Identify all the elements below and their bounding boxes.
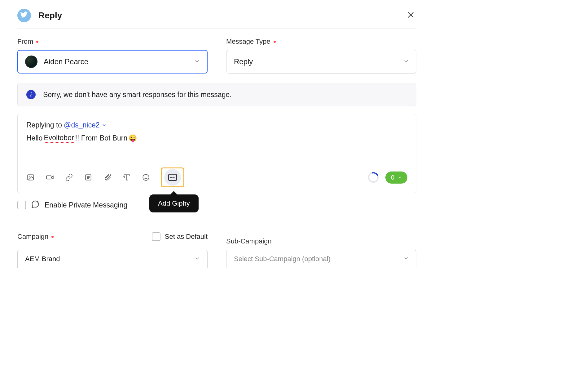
subcampaign-field: Sub-Campaign Select Sub-Campaign (option… xyxy=(226,237,416,268)
private-messaging-icon xyxy=(31,200,40,210)
svg-point-3 xyxy=(29,176,30,177)
campaign-label-row: Campaign Set as Default xyxy=(17,232,208,241)
required-dot xyxy=(274,41,276,43)
tooltip: Add Giphy xyxy=(149,194,199,212)
modal-header: Reply xyxy=(17,9,416,29)
campaign-value: AEM Brand xyxy=(25,255,60,263)
form-row-2: Campaign Set as Default AEM Brand Sub-Ca… xyxy=(17,232,416,268)
set-default-checkbox[interactable] xyxy=(152,232,160,241)
subcampaign-label: Sub-Campaign xyxy=(226,237,416,245)
chevron-down-icon[interactable] xyxy=(102,121,107,129)
page-title: Reply xyxy=(38,11,62,20)
editor: Replying to @ds_nice2 Hello Evoltobor!! … xyxy=(17,114,416,193)
message-type-label-text: Message Type xyxy=(226,38,270,46)
tooltip-arrow xyxy=(170,191,178,195)
campaign-select[interactable]: AEM Brand xyxy=(17,250,208,268)
msg-spellcheck: Evoltobor xyxy=(44,134,74,143)
replying-prefix: Replying to xyxy=(26,121,62,129)
campaign-label-text: Campaign xyxy=(17,233,48,241)
campaign-field: Campaign Set as Default AEM Brand xyxy=(17,232,208,268)
close-icon xyxy=(406,11,415,19)
image-button[interactable] xyxy=(26,173,35,182)
text-icon xyxy=(84,173,92,181)
video-button[interactable] xyxy=(46,173,54,182)
pill-value: 0 xyxy=(391,174,394,181)
approval-pill[interactable]: 0 xyxy=(385,172,407,184)
chevron-down-icon xyxy=(194,255,200,263)
private-messaging-row: Enable Private Messaging Add Giphy xyxy=(17,200,416,210)
subcampaign-placeholder: Select Sub-Campaign (optional) xyxy=(234,255,331,263)
chevron-down-icon xyxy=(194,58,200,65)
message-type-field: Message Type Reply xyxy=(226,38,416,74)
svg-marker-5 xyxy=(51,176,53,179)
chevron-down-icon xyxy=(403,255,409,263)
smart-response-alert: i Sorry, we don't have any smart respons… xyxy=(17,83,416,106)
msg-part: !! From Bot Burn xyxy=(75,134,128,142)
alert-text: Sorry, we don't have any smart responses… xyxy=(43,91,232,99)
editor-content[interactable]: Replying to @ds_nice2 Hello Evoltobor!! … xyxy=(18,114,416,164)
link-button[interactable] xyxy=(65,173,73,182)
template-icon xyxy=(123,173,131,181)
from-label: From xyxy=(17,38,208,46)
reply-modal: Reply From Aiden Pearce Message Type xyxy=(0,0,434,280)
char-count-spinner xyxy=(366,170,380,185)
subcampaign-label-text: Sub-Campaign xyxy=(226,237,272,245)
image-icon xyxy=(27,173,35,181)
avatar xyxy=(25,56,37,68)
subcampaign-select[interactable]: Select Sub-Campaign (optional) xyxy=(226,250,416,268)
editor-toolbar: GIF 0 xyxy=(18,164,416,193)
replying-handle[interactable]: @ds_nice2 xyxy=(64,121,99,129)
from-field: From Aiden Pearce xyxy=(17,38,208,74)
svg-rect-4 xyxy=(46,176,51,179)
info-icon: i xyxy=(26,90,36,99)
set-default-label: Set as Default xyxy=(165,233,208,241)
chevron-down-icon xyxy=(397,175,402,180)
required-dot xyxy=(51,236,54,238)
twitter-icon xyxy=(17,9,31,22)
gif-icon: GIF xyxy=(168,174,177,181)
message-type-label: Message Type xyxy=(226,38,416,46)
attachment-button[interactable] xyxy=(103,173,112,182)
video-icon xyxy=(46,173,54,181)
chevron-down-icon xyxy=(403,58,409,65)
campaign-label: Campaign xyxy=(17,233,54,241)
from-label-text: From xyxy=(17,38,33,46)
gif-button[interactable]: GIF xyxy=(161,167,184,187)
replying-to: Replying to @ds_nice2 xyxy=(26,121,407,129)
emoji: 😜 xyxy=(129,134,137,142)
header-left: Reply xyxy=(17,9,62,22)
message-text[interactable]: Hello Evoltobor!! From Bot Burn 😜 xyxy=(26,134,407,143)
message-type-value: Reply xyxy=(234,57,253,66)
template-button[interactable] xyxy=(122,173,131,182)
message-type-select[interactable]: Reply xyxy=(226,50,416,74)
private-messaging-label: Enable Private Messaging xyxy=(45,201,127,209)
form-row-1: From Aiden Pearce Message Type Reply xyxy=(17,38,416,74)
tooltip-box: Add Giphy xyxy=(149,194,199,212)
set-default-check: Set as Default xyxy=(152,232,208,241)
svg-point-12 xyxy=(143,174,149,180)
from-value: Aiden Pearce xyxy=(44,57,88,66)
emoji-button[interactable] xyxy=(142,173,150,182)
msg-part: Hello xyxy=(26,134,42,142)
required-dot xyxy=(36,41,38,43)
attachment-icon xyxy=(103,173,112,181)
link-icon xyxy=(65,173,73,181)
emoji-icon xyxy=(142,173,150,181)
from-select[interactable]: Aiden Pearce xyxy=(17,50,208,74)
private-messaging-checkbox[interactable] xyxy=(17,201,26,209)
gif-highlight: GIF xyxy=(164,169,181,186)
toolbar-right: 0 xyxy=(368,172,407,184)
toolbar-left: GIF xyxy=(26,167,184,187)
close-button[interactable] xyxy=(405,9,416,22)
tooltip-text: Add Giphy xyxy=(158,199,190,207)
text-button[interactable] xyxy=(84,173,93,182)
